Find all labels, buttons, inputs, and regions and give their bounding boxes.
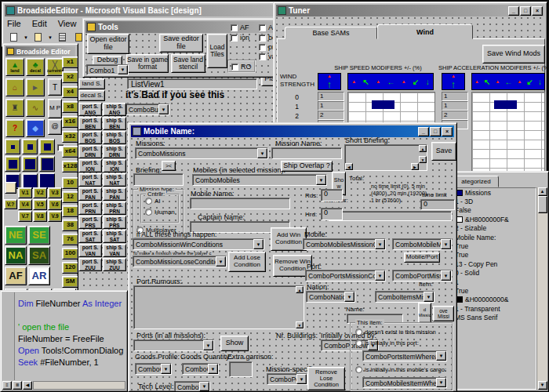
t-button[interactable]: T (48, 78, 62, 96)
ship-s-button[interactable]: ship S.ZUU (103, 258, 126, 271)
menu-file[interactable]: File (7, 19, 21, 28)
decal-tool-button[interactable]: ♣decal (26, 58, 45, 76)
property-row[interactable]: True (453, 286, 536, 295)
speed-modifier-cell[interactable]: 1 (318, 101, 344, 111)
palette-number-button[interactable]: 18 (62, 205, 78, 217)
dropdown-arrow-icon[interactable]: ▼ (375, 239, 385, 249)
land-s-button[interactable]: land S. (78, 78, 105, 89)
radio-item-in-cargo[interactable]: is initially in this mobile's cargo: (355, 366, 446, 373)
combo-ports-cond[interactable]: ComboPortsMissionCon▼ (305, 270, 386, 281)
minimize-icon[interactable]: _ (508, 6, 519, 16)
combo-port-ow[interactable]: ComboPortOw▼ (267, 373, 307, 385)
brush-size-button[interactable] (39, 139, 55, 154)
ship-s-button[interactable]: ship S.PRS (103, 216, 126, 229)
variant-button[interactable]: V.6 (48, 199, 62, 210)
dropdown-arrow-icon[interactable]: ▼ (441, 270, 451, 281)
zoom-multiplier-button[interactable]: x16 (62, 116, 78, 128)
radio-icon[interactable] (355, 339, 362, 347)
accel-modifier-grid[interactable] (471, 92, 545, 175)
ship-s-button[interactable]: ship S.PRN (103, 201, 126, 215)
property-row[interactable]: 0 - Solid (453, 269, 536, 278)
property-row[interactable]: 2 - Sizable (453, 224, 536, 233)
port-s-button[interactable]: port S.PAN (78, 187, 102, 201)
dropdown-arrow-icon[interactable]: ▼ (424, 292, 434, 302)
short-briefing-input[interactable]: ▲ ▼ ◀ ▶ (344, 144, 427, 171)
combo-missions[interactable]: ComboMissions▼ (135, 147, 268, 159)
region-button[interactable]: SE (28, 226, 50, 245)
land-tool-button[interactable]: ▲land (5, 58, 24, 76)
palette-number-button[interactable]: 12 (62, 191, 78, 203)
checkbox-af[interactable]: AF (231, 24, 249, 31)
towers-tool-button[interactable]: ♜ (5, 99, 24, 117)
radio-icon[interactable] (145, 198, 152, 205)
property-row[interactable]: Mobile Name: (453, 233, 536, 241)
radio-item-not-exist[interactable]: doesn't exist in this mission (355, 328, 436, 336)
port-s-button[interactable]: port S.BEN (78, 117, 102, 130)
radio-icon[interactable] (355, 328, 362, 336)
accel-modifier-cell[interactable]: 2 (442, 111, 468, 120)
ship-s-button[interactable]: ship S.NAT (103, 173, 126, 187)
dropdown-arrow-icon[interactable]: ▼ (253, 239, 264, 249)
add-form-dropdown-icon[interactable]: ▼ (48, 35, 53, 40)
brush-size-button[interactable] (22, 173, 38, 189)
dropdown-arrow-icon[interactable]: ▼ (208, 364, 218, 374)
port-s-button[interactable]: port S.SAT (78, 230, 102, 243)
port-s-button[interactable]: port S.ZUU (78, 258, 102, 271)
maximize-icon[interactable]: □ (430, 127, 441, 136)
palette-number-button[interactable]: 76 (62, 234, 78, 245)
ship-overlap-button[interactable]: Ship Overlap ? (281, 161, 333, 172)
port-rumours-input[interactable]: ▲ ▼ (133, 285, 304, 329)
horizontal-scrollbar[interactable] (33, 381, 125, 390)
full-module-view-icon[interactable]: ≣ (13, 381, 22, 390)
brush-size-button[interactable] (5, 156, 20, 172)
radio-icon[interactable] (355, 366, 362, 373)
scrollbar-thumb[interactable] (538, 196, 547, 213)
ports-all-combo[interactable]: ▼ (133, 339, 214, 351)
property-row[interactable]: True (453, 241, 536, 250)
brush-size-button[interactable] (22, 139, 38, 154)
ship-s-button[interactable]: ship S.VAN (103, 244, 126, 257)
mission-name-input[interactable] (271, 147, 342, 159)
procedure-view-icon[interactable]: ≡ (2, 381, 12, 390)
code-editor[interactable]: Dim FileNumber As Integer ' open the fil… (18, 299, 125, 377)
mp-button[interactable]: M P (48, 99, 62, 118)
variant-button[interactable]: V.9 (48, 211, 62, 222)
palette-number-button[interactable]: 100 (62, 248, 78, 260)
minimize-icon[interactable]: _ (418, 127, 429, 136)
dropdown-arrow-icon[interactable]: ▼ (216, 256, 226, 267)
property-row[interactable]: 1 - Transparent (453, 304, 536, 313)
variant-button[interactable]: V.2 (33, 187, 47, 198)
brush-size-button[interactable] (39, 156, 55, 172)
close-icon[interactable]: × (442, 127, 453, 136)
vb-main-titlebar[interactable]: BroadsideEditor - Microsoft Visual Basic… (5, 5, 276, 16)
puzzle-tool-button[interactable]: ◆ (26, 119, 45, 137)
palette-number-button[interactable]: SM (62, 276, 78, 288)
dropdown-arrow-icon[interactable]: ▼ (203, 340, 213, 350)
region-button[interactable]: AR (28, 267, 50, 285)
scroll-up-icon[interactable]: ▲ (296, 286, 304, 293)
guns-tool-button[interactable]: ► (26, 78, 45, 96)
combo-ports-item-where[interactable]: ComboPortsItemWherea▼ (362, 350, 447, 361)
property-row[interactable]: 1 - 3D (453, 197, 536, 205)
dropdown-arrow-icon[interactable]: ▼ (118, 65, 128, 74)
zoom-multiplier-button[interactable]: x128 (62, 161, 78, 172)
zoom-multiplier-button[interactable]: x2 (62, 71, 78, 83)
remove-mission-button[interactable]: ove Missi (433, 306, 454, 321)
variant-button[interactable]: V.3 (48, 187, 62, 198)
zoom-multiplier-button[interactable]: x64 (62, 146, 78, 158)
briefing-input[interactable] (133, 173, 184, 186)
combo-win-conditions[interactable]: ComboMissionWinConditions▼ (133, 238, 264, 250)
scroll-up-icon[interactable]: ▲ (419, 145, 427, 152)
close-icon[interactable]: × (532, 6, 543, 16)
combo-port-mission[interactable]: ComboPortMission▼ (392, 270, 452, 281)
radio-ai[interactable]: AI (145, 198, 161, 205)
palette-number-button[interactable]: 120 (62, 262, 78, 274)
categorized-tab[interactable]: ategorized (453, 176, 499, 187)
zoom-multiplier-button[interactable]: x4 (62, 86, 78, 98)
port-s-button[interactable]: port S.VAN (78, 244, 102, 257)
combo-lose-conditions[interactable]: ComboMissionLoseConditio▼ (133, 256, 227, 267)
dropdown-arrow-icon[interactable]: ▼ (344, 292, 354, 302)
combo-tech[interactable]: ComboT▼ (174, 381, 210, 392)
accel-modifier-cell[interactable]: 1 (442, 92, 468, 101)
ship-s-button[interactable]: ship S.ION (103, 159, 126, 172)
